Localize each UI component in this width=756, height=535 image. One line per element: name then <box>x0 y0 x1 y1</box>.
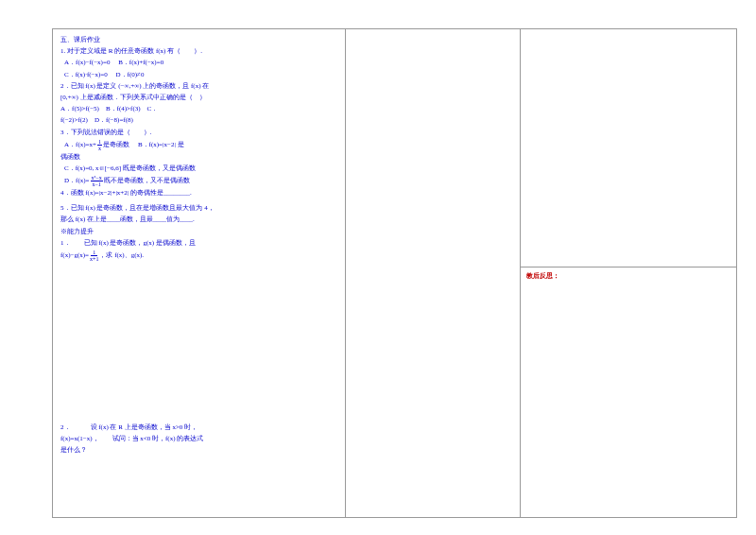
q3-d-pre: D．f(x)= <box>64 176 90 186</box>
q5-b: 那么 f(x) 在上是____函数，且最____值为____. <box>60 215 337 225</box>
p1-eq-pre: f(x)−g(x)= <box>60 250 89 261</box>
q1-b: B．f(x)+f(−x)=0 <box>118 59 163 66</box>
q3-a: A．f(x)=x+ 1 x 是奇函数 B．f(x)=|x−2| 是 <box>60 139 337 151</box>
p2-c: 是什么？ <box>60 445 337 456</box>
right-top-box <box>521 29 736 268</box>
p2-a: 2． 设 f(x) 在 R 上是奇函数，当 x>0 时， <box>60 423 337 433</box>
q3-b: B．f(x)=|x−2| 是 <box>138 140 184 150</box>
q2-c: C． <box>147 105 159 112</box>
q3-c: C．f(x)=0, x∈[−6,6] 既是奇函数，又是偶函数 <box>60 164 337 174</box>
p2-block: 2． 设 f(x) 在 R 上是奇函数，当 x>0 时， f(x)=x(1−x)… <box>60 423 337 457</box>
q3-a-pre: A．f(x)=x+ <box>64 140 96 150</box>
q1-options-row2: C．f(x)·f(−x)=0 D．f(0)≠0 <box>60 70 337 80</box>
q2-a: A．f(5)>f(−5) <box>60 105 99 112</box>
power-header: ※能力提升 <box>60 227 337 237</box>
q3-a-post: 是奇函数 <box>103 140 129 150</box>
q3-d-frac: x³−x x−1 <box>91 175 103 187</box>
p1-frac-top: 1 <box>91 250 97 256</box>
q2-c2: f(−2)>f(2) <box>60 116 88 124</box>
q4: 4．函数 f(x)=|x−2|+|x+2| 的奇偶性是________. <box>60 188 337 198</box>
q3-stem: 3．下列说法错误的是（ ）. <box>60 128 337 138</box>
p1-frac: 1 x+1 <box>90 250 98 262</box>
q3-d-frac-top: x³−x <box>91 175 103 181</box>
q3-a-frac-top: 1 <box>97 139 102 146</box>
q3-d-frac-bot: x−1 <box>92 181 100 187</box>
right-bottom-box: 教后反思： <box>521 268 736 517</box>
q2-d: D．f(−8)=f(8) <box>94 116 133 124</box>
q2-b: B．f(4)>f(3) <box>106 105 141 112</box>
q2-stem-b: [0,+∞) 上是减函数．下列关系式中正确的是（ ） <box>60 93 337 103</box>
left-column: 五、课后作业 1. 对于定义域是 R 的任意奇函数 f(x) 有（ ）. A．f… <box>53 29 346 517</box>
section-header: 五、课后作业 <box>60 35 337 45</box>
reflection-label: 教后反思： <box>526 272 559 280</box>
q1-stem: 1. 对于定义域是 R 的任意奇函数 f(x) 有（ ）. <box>60 46 337 57</box>
p1-a: 1． 已知 f(x) 是奇函数，g(x) 是偶函数，且 <box>60 238 337 249</box>
p1-frac-bot: x+1 <box>90 256 98 262</box>
q2-stem-a: 2．已知 f(x) 是定义 (−∞,+∞) 上的奇函数，且 f(x) 在 <box>60 81 337 92</box>
q3-d: D．f(x)= x³−x x−1 既不是奇函数，又不是偶函数 <box>60 175 337 187</box>
q3-a-frac-bot: x <box>98 146 101 151</box>
q3-d-post: 既不是奇函数，又不是偶函数 <box>104 176 190 186</box>
q2-options-row2: f(−2)>f(2) D．f(−8)=f(8) <box>60 115 337 126</box>
q1-d: D．f(0)≠0 <box>116 71 145 78</box>
p1-eq-post: ，求 f(x)、g(x). <box>99 250 144 261</box>
middle-column <box>346 29 521 517</box>
p2-b: f(x)=x(1−x)， 试问：当 x<0 时，f(x) 的表达式 <box>60 434 337 444</box>
q1-options-row1: A．f(x)−f(−x)=0 B．f(x)+f(−x)=0 <box>60 58 337 68</box>
q3-b-cont: 偶函数 <box>60 152 337 163</box>
q2-options-row1: A．f(5)>f(−5) B．f(4)>f(3) C． <box>60 104 337 114</box>
q1-c: C．f(x)·f(−x)=0 <box>64 71 108 78</box>
q5-a: 5．已知 f(x) 是奇函数，且在是增函数且最大值为 4， <box>60 203 337 214</box>
worksheet-page: 五、课后作业 1. 对于定义域是 R 的任意奇函数 f(x) 有（ ）. A．f… <box>52 28 737 518</box>
q1-a: A．f(x)−f(−x)=0 <box>64 59 110 66</box>
p1-eq: f(x)−g(x)= 1 x+1 ，求 f(x)、g(x). <box>60 250 337 262</box>
right-column: 教后反思： <box>521 29 736 517</box>
q3-a-frac: 1 x <box>97 139 102 151</box>
